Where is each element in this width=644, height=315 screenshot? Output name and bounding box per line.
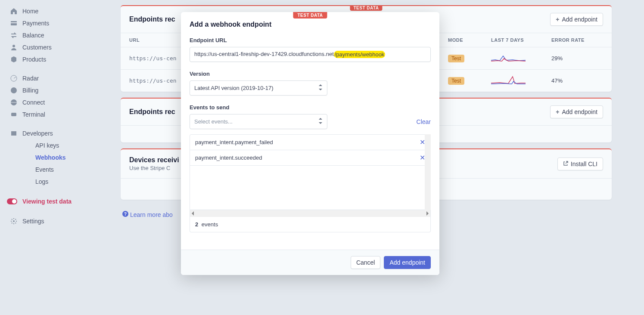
nav-label: Customers bbox=[22, 44, 52, 51]
nav-label: Settings bbox=[22, 218, 44, 225]
sidebar: Home Payments Balance Customers Products… bbox=[0, 0, 112, 315]
events-select[interactable]: Select events... bbox=[190, 114, 327, 129]
nav-label: Developers bbox=[22, 130, 53, 137]
col-error: ERROR RATE bbox=[551, 37, 603, 43]
transfer-icon bbox=[10, 32, 17, 39]
external-link-icon bbox=[563, 161, 568, 167]
nav-label: Terminal bbox=[22, 111, 45, 118]
nav-connect[interactable]: Connect bbox=[0, 96, 112, 108]
info-icon: ? bbox=[122, 211, 128, 218]
input-value-highlight: /payments/webhook bbox=[334, 51, 386, 58]
button-label: Install CLI bbox=[571, 161, 597, 167]
link-label: Learn more abo bbox=[130, 211, 173, 218]
field-label: Version bbox=[190, 71, 431, 77]
svg-text:?: ? bbox=[124, 212, 127, 216]
panel-subtitle: Use the Stripe C bbox=[129, 165, 179, 171]
select-placeholder: Select events... bbox=[194, 118, 233, 125]
home-icon bbox=[10, 8, 17, 15]
button-label: Add endpoint bbox=[562, 108, 597, 115]
scrollbar[interactable] bbox=[425, 134, 431, 210]
button-label: Cancel bbox=[356, 259, 375, 266]
horizontal-scrollbar[interactable] bbox=[190, 210, 431, 217]
panel-title: Devices receivi bbox=[129, 156, 179, 164]
box-icon bbox=[10, 56, 17, 63]
select-value: Latest API version (2019-10-17) bbox=[194, 85, 274, 91]
toggle-switch-icon bbox=[7, 198, 17, 204]
nav-label: Products bbox=[22, 56, 46, 63]
event-item: payment_intent.payment_failed ✕ bbox=[190, 135, 430, 150]
nav-terminal[interactable]: Terminal bbox=[0, 108, 112, 120]
nav-customers[interactable]: Customers bbox=[0, 41, 112, 53]
input-value-prefix: https://us-central1-fireship-dev-17429.c… bbox=[194, 51, 334, 58]
nav-balance[interactable]: Balance bbox=[0, 29, 112, 41]
nav-logs[interactable]: Logs bbox=[0, 176, 112, 188]
sparkline bbox=[491, 75, 551, 86]
add-endpoint-button[interactable]: + Add endpoint bbox=[550, 13, 603, 26]
nav-label: API keys bbox=[35, 142, 59, 149]
mode-badge: Test bbox=[448, 55, 464, 62]
nav-webhooks[interactable]: Webhooks bbox=[0, 151, 112, 164]
nav-label: Billing bbox=[22, 87, 38, 94]
version-select[interactable]: Latest API version (2019-10-17) bbox=[190, 80, 327, 96]
add-webhook-modal: TEST DATA Add a webhook endpoint Endpoin… bbox=[181, 12, 439, 275]
events-field: Events to send Select events... Clear pa… bbox=[190, 104, 431, 232]
event-name: payment_intent.succeeded bbox=[195, 154, 262, 161]
endpoint-url-field: Endpoint URL https://us-central1-fireshi… bbox=[190, 37, 431, 62]
learn-more-link[interactable]: ? Learn more abo bbox=[121, 206, 174, 223]
field-label: Events to send bbox=[190, 104, 431, 111]
modal-footer: Cancel Add endpoint bbox=[181, 250, 439, 275]
button-label: Add endpoint bbox=[389, 259, 425, 266]
radar-icon bbox=[10, 75, 17, 82]
test-data-toggle[interactable]: Viewing test data bbox=[0, 195, 112, 208]
chevron-updown-icon bbox=[318, 118, 323, 125]
nav-label: Balance bbox=[22, 32, 44, 39]
modal-title: Add a webhook endpoint bbox=[190, 21, 431, 28]
install-cli-button[interactable]: Install CLI bbox=[557, 158, 603, 170]
nav-label: Radar bbox=[22, 75, 39, 82]
clear-events-link[interactable]: Clear bbox=[417, 118, 431, 125]
col-last7: LAST 7 DAYS bbox=[491, 37, 551, 43]
test-toggle-label: Viewing test data bbox=[22, 198, 72, 205]
svg-point-2 bbox=[12, 45, 15, 47]
nav-label: Logs bbox=[35, 178, 48, 185]
cell-error: 47% bbox=[551, 77, 603, 84]
svg-point-4 bbox=[11, 87, 17, 93]
endpoint-url-input[interactable]: https://us-central1-fireship-dev-17429.c… bbox=[190, 47, 431, 62]
nav-settings[interactable]: Settings bbox=[0, 215, 112, 227]
nav-label: Payments bbox=[22, 20, 49, 27]
nav-payments[interactable]: Payments bbox=[0, 17, 112, 29]
card-icon bbox=[10, 20, 17, 27]
nav-events[interactable]: Events bbox=[0, 164, 112, 176]
nav-api-keys[interactable]: API keys bbox=[0, 139, 112, 151]
nav-developers[interactable]: Developers bbox=[0, 127, 112, 139]
svg-rect-6 bbox=[11, 113, 16, 116]
nav-label: Webhooks bbox=[35, 154, 66, 161]
nav-home[interactable]: Home bbox=[0, 5, 112, 17]
code-icon bbox=[10, 130, 17, 137]
event-count-label: events bbox=[202, 221, 218, 228]
nav-billing[interactable]: Billing bbox=[0, 84, 112, 96]
test-data-badge: TEST DATA bbox=[350, 5, 382, 11]
chevron-updown-icon bbox=[318, 84, 323, 92]
nav-products[interactable]: Products bbox=[0, 53, 112, 65]
event-item: payment_intent.succeeded ✕ bbox=[190, 150, 430, 166]
cell-error: 29% bbox=[551, 55, 603, 62]
svg-point-8 bbox=[13, 220, 15, 222]
svg-rect-1 bbox=[11, 22, 17, 23]
cancel-button[interactable]: Cancel bbox=[351, 256, 381, 269]
event-list[interactable]: payment_intent.payment_failed ✕ payment_… bbox=[190, 134, 431, 210]
test-data-badge: TEST DATA bbox=[293, 12, 327, 19]
clock-icon bbox=[10, 87, 17, 94]
col-mode: MODE bbox=[448, 37, 491, 43]
add-endpoint-button[interactable]: + Add endpoint bbox=[550, 105, 603, 118]
nav-radar[interactable]: Radar bbox=[0, 72, 112, 84]
plus-icon: + bbox=[556, 16, 559, 23]
panel-title: Endpoints rec bbox=[129, 108, 175, 116]
field-label: Endpoint URL bbox=[190, 37, 431, 43]
nav-label: Connect bbox=[22, 99, 45, 106]
nav-label: Events bbox=[35, 166, 54, 173]
add-endpoint-submit-button[interactable]: Add endpoint bbox=[384, 256, 431, 269]
event-count-number: 2 bbox=[195, 221, 198, 228]
event-name: payment_intent.payment_failed bbox=[195, 139, 273, 145]
version-field: Version Latest API version (2019-10-17) bbox=[190, 71, 431, 96]
